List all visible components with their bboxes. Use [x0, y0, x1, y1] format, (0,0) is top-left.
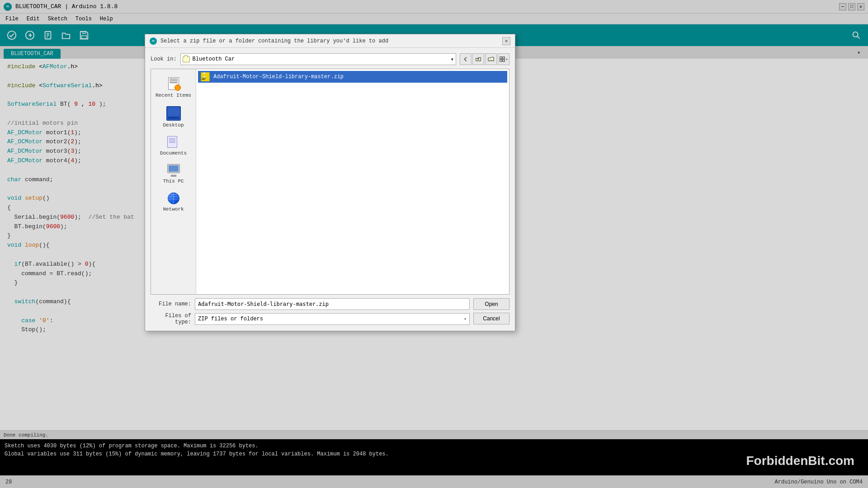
svg-text:+: +	[490, 58, 492, 61]
desktop-icon	[166, 106, 181, 121]
files-of-type-label: Files of type:	[151, 313, 191, 325]
desktop-taskbar-icon	[168, 117, 179, 119]
dialog-logo: ∞	[150, 38, 157, 45]
sidebar-item-recent[interactable]: Recent Items	[153, 73, 194, 102]
dialog-close-button[interactable]: ✕	[502, 37, 510, 45]
svg-rect-9	[503, 57, 505, 59]
new-folder-button[interactable]: +	[485, 53, 497, 65]
dialog-bottom-fields: File name: Files of type: ZIP files or f…	[151, 298, 470, 325]
file-item-label: Adafruit-Motor-Shield-library-master.zip	[213, 74, 344, 80]
back-button[interactable]	[460, 53, 472, 65]
network-icon	[166, 192, 181, 205]
svg-rect-13	[203, 72, 205, 74]
sidebar-item-recent-label: Recent Items	[156, 93, 191, 98]
clock-icon	[175, 84, 181, 91]
sidebar-item-documents-label: Documents	[160, 150, 187, 156]
doc-icon	[167, 136, 177, 148]
documents-icon	[166, 136, 181, 149]
dialog-title: ∞ Select a zip file or a folder containi…	[150, 38, 388, 45]
sidebar-item-network-label: Network	[163, 206, 184, 212]
dialog-overlay: ∞ Select a zip file or a folder containi…	[0, 0, 868, 488]
up-folder-button[interactable]	[472, 53, 484, 65]
look-in-value: Bluetooth Car	[193, 56, 235, 62]
sidebar-item-thispc[interactable]: This PC	[153, 160, 194, 188]
sidebar-nav: Recent Items Desktop Documents	[151, 69, 196, 294]
files-of-type-arrow: ▾	[464, 316, 467, 322]
open-button[interactable]: Open	[473, 298, 509, 310]
folder-icon	[183, 56, 190, 62]
file-name-input[interactable]	[195, 298, 470, 310]
dialog-body: Look in: Bluetooth Car ▾	[145, 48, 515, 331]
sidebar-item-network[interactable]: Network	[153, 188, 194, 216]
files-of-type-select[interactable]: ZIP files or folders ▾	[195, 313, 470, 325]
cancel-button[interactable]: Cancel	[473, 313, 509, 324]
file-dialog: ∞ Select a zip file or a folder containi…	[145, 34, 515, 331]
svg-rect-8	[500, 57, 502, 59]
zip-file-icon: ZIP	[201, 72, 210, 81]
file-browser: Recent Items Desktop Documents	[151, 69, 509, 295]
file-name-row: File name:	[151, 298, 470, 310]
look-in-toolbar: + ▾	[460, 53, 509, 65]
look-in-dropdown-arrow: ▾	[451, 56, 454, 63]
svg-rect-10	[500, 60, 502, 61]
sidebar-item-thispc-label: This PC	[163, 178, 184, 184]
sidebar-item-desktop-label: Desktop	[163, 122, 184, 128]
files-of-type-row: Files of type: ZIP files or folders ▾	[151, 313, 470, 325]
svg-rect-15	[203, 76, 205, 78]
dialog-title-bar: ∞ Select a zip file or a folder containi…	[145, 34, 515, 48]
sidebar-item-documents[interactable]: Documents	[153, 132, 194, 160]
monitor-base-icon	[171, 175, 176, 177]
file-name-label: File name:	[151, 301, 191, 307]
dialog-buttons: Open Cancel	[473, 298, 509, 324]
files-of-type-value: ZIP files or folders	[198, 316, 263, 322]
view-button[interactable]: ▾	[498, 53, 509, 65]
file-item-zip[interactable]: ZIP Adafruit-Motor-Shield-library-master…	[198, 71, 507, 83]
sidebar-item-desktop[interactable]: Desktop	[153, 103, 194, 131]
look-in-row: Look in: Bluetooth Car ▾	[151, 53, 509, 65]
monitor-icon	[167, 164, 180, 173]
svg-rect-14	[203, 74, 205, 76]
recent-items-icon	[166, 76, 181, 91]
dialog-title-text: Select a zip file or a folder containing…	[160, 38, 388, 44]
look-in-label: Look in:	[151, 56, 177, 62]
monitor-screen-icon	[169, 165, 179, 172]
svg-rect-11	[503, 60, 505, 61]
file-list[interactable]: ZIP Adafruit-Motor-Shield-library-master…	[196, 69, 509, 294]
thispc-icon	[166, 164, 181, 177]
look-in-select[interactable]: Bluetooth Car ▾	[180, 53, 456, 65]
svg-text:ZIP: ZIP	[202, 79, 205, 80]
globe-icon	[168, 192, 179, 204]
